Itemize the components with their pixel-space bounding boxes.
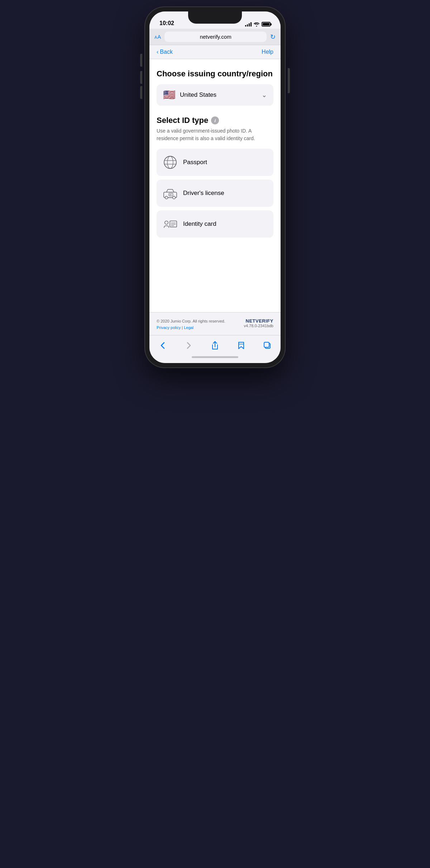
identity-card-label: Identity card xyxy=(183,220,216,228)
status-time: 10:02 xyxy=(159,20,174,27)
country-flag: 🇺🇸 xyxy=(163,90,176,100)
info-icon[interactable]: i xyxy=(211,116,219,124)
svg-rect-16 xyxy=(264,342,269,347)
navigation-bar: ‹ Back Help xyxy=(149,45,281,59)
safari-toolbar xyxy=(149,335,281,353)
passport-label: Passport xyxy=(183,159,207,166)
signal-icon xyxy=(245,22,252,27)
footer-links: Privacy policy | Legal xyxy=(157,325,225,331)
phone-screen: 10:02 xyxy=(149,11,281,363)
footer-left: © 2020 Jumio Corp. All rights reserved. … xyxy=(157,318,225,331)
id-type-description: Use a valid government-issued photo ID. … xyxy=(157,127,273,142)
svg-rect-11 xyxy=(170,221,177,227)
help-button[interactable]: Help xyxy=(262,49,273,55)
phone-frame: 10:02 xyxy=(145,7,285,367)
url-bar[interactable]: netverify.com xyxy=(164,32,267,42)
id-type-section: Select ID type i Use a valid government-… xyxy=(157,116,273,238)
copyright-text: © 2020 Jumio Corp. All rights reserved. xyxy=(157,318,225,325)
country-section: Choose issuing country/region 🇺🇸 United … xyxy=(157,69,273,106)
identity-card-icon xyxy=(163,217,177,231)
privacy-link[interactable]: Privacy policy xyxy=(157,325,181,330)
notch xyxy=(188,11,242,24)
id-type-title: Select ID type xyxy=(157,116,208,125)
font-size-button[interactable]: A A xyxy=(154,34,161,40)
chevron-down-icon: ⌄ xyxy=(262,91,267,99)
back-button[interactable]: ‹ Back xyxy=(157,49,173,55)
svg-point-5 xyxy=(165,196,168,199)
drivers-license-label: Driver's license xyxy=(183,190,224,197)
content-spacer xyxy=(149,248,281,312)
home-indicator xyxy=(149,353,281,363)
separator: | xyxy=(181,325,184,330)
country-section-title: Choose issuing country/region xyxy=(157,69,273,78)
footer-version: v4.78.0-2341bdb xyxy=(244,324,273,328)
legal-link[interactable]: Legal xyxy=(184,325,194,330)
home-bar xyxy=(192,356,238,358)
country-name: United States xyxy=(180,91,216,99)
drivers-license-option[interactable]: Driver's license xyxy=(157,180,273,207)
svg-point-1 xyxy=(167,156,173,168)
main-content: Choose issuing country/region 🇺🇸 United … xyxy=(149,59,281,248)
country-selector[interactable]: 🇺🇸 United States ⌄ xyxy=(157,84,273,106)
back-chevron-icon: ‹ xyxy=(157,49,158,55)
big-a-label: A xyxy=(157,34,161,40)
id-options-list: Passport xyxy=(157,149,273,238)
safari-forward-button[interactable] xyxy=(181,339,197,352)
safari-share-button[interactable] xyxy=(207,339,223,352)
identity-card-option[interactable]: Identity card xyxy=(157,210,273,238)
svg-rect-7 xyxy=(169,193,173,196)
footer-brand: NETVERIFY xyxy=(244,318,273,324)
battery-icon xyxy=(262,22,271,27)
drivers-license-icon xyxy=(163,186,177,200)
small-a-label: A xyxy=(154,35,157,39)
safari-bookmarks-button[interactable] xyxy=(233,339,249,352)
svg-point-10 xyxy=(165,221,168,224)
browser-bar: A A netverify.com ↻ xyxy=(149,29,281,45)
footer: © 2020 Jumio Corp. All rights reserved. … xyxy=(149,312,281,335)
footer-right: NETVERIFY v4.78.0-2341bdb xyxy=(244,318,273,328)
safari-back-button[interactable] xyxy=(155,339,171,352)
refresh-button[interactable]: ↻ xyxy=(270,33,276,41)
passport-icon xyxy=(163,155,177,170)
status-icons xyxy=(245,22,271,27)
safari-tabs-button[interactable] xyxy=(259,339,275,352)
svg-point-6 xyxy=(173,196,176,199)
id-type-header: Select ID type i xyxy=(157,116,273,125)
passport-option[interactable]: Passport xyxy=(157,149,273,176)
wifi-icon xyxy=(254,22,259,27)
svg-point-0 xyxy=(164,156,176,168)
back-label: Back xyxy=(160,49,173,55)
